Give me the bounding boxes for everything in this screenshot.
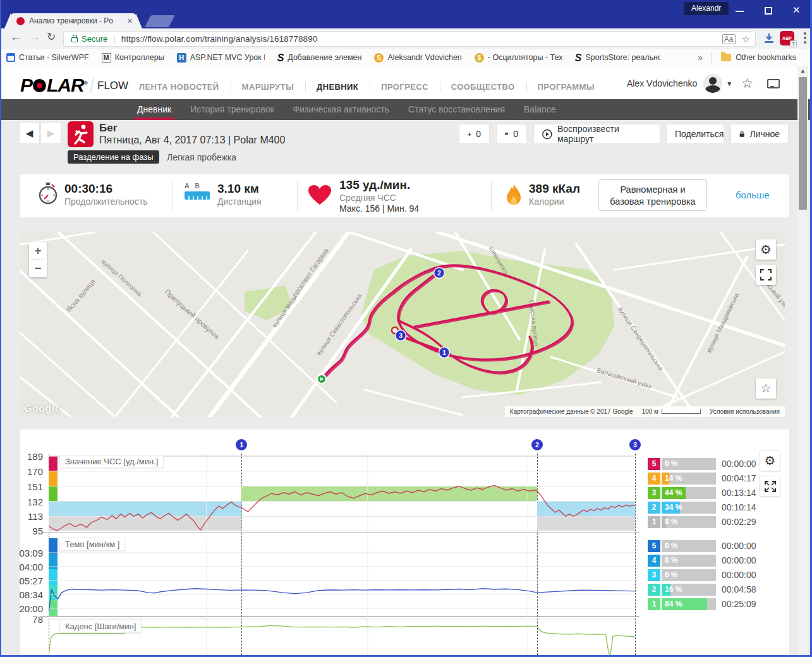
subnav-item-статус-восстановления[interactable]: Статус восстановления bbox=[399, 99, 514, 120]
bookmark-item[interactable]: HASP.NET MVC Урок Е bbox=[177, 53, 265, 63]
zone-row: 344 %00:13:14 bbox=[648, 487, 812, 499]
address-bar[interactable]: Secure | https://flow.polar.com/training… bbox=[63, 31, 756, 47]
zone-row: 50 %00:00:00 bbox=[648, 458, 812, 470]
zone-time: 00:04:17 bbox=[722, 473, 756, 483]
user-name[interactable]: Alex Vdovichenko bbox=[627, 78, 697, 88]
hr-value: 135 уд./мин. bbox=[339, 178, 419, 192]
chevron-down-icon[interactable]: ▼ bbox=[726, 80, 732, 87]
phase-marker-3[interactable]: 3 bbox=[629, 439, 641, 450]
nav-item-сообщество[interactable]: СООБЩЕСТВО bbox=[440, 82, 526, 92]
hr-ytick: 151 bbox=[14, 481, 43, 492]
bookmark-label: SportsStore: реально bbox=[586, 53, 660, 62]
bookmark-label: Статьи - SilverWPF bbox=[19, 53, 89, 62]
tab-close-icon[interactable]: ✕ bbox=[127, 17, 133, 25]
other-bookmarks[interactable]: Other bookmarks bbox=[736, 53, 796, 62]
maximize-button[interactable] bbox=[765, 7, 772, 15]
map-terms-link[interactable]: Условия использования bbox=[710, 408, 780, 415]
subnav-item-дневник[interactable]: Дневник bbox=[128, 99, 181, 120]
avatar[interactable] bbox=[703, 74, 722, 93]
pace-svg-ytick: 03:09 bbox=[14, 548, 43, 558]
reload-button[interactable]: ↻ bbox=[47, 30, 56, 44]
pace-svg-ytick: 20:00 bbox=[14, 603, 43, 614]
url-text[interactable]: https://flow.polar.com/training/analysis… bbox=[121, 34, 716, 44]
nav-item-прогресс[interactable]: ПРОГРЕСС bbox=[370, 82, 440, 92]
pace-svg-ytick: 08:34 bbox=[14, 589, 43, 600]
play-route-button[interactable]: Воспроизвести маршрут bbox=[533, 124, 660, 144]
minimize-button[interactable] bbox=[736, 6, 744, 12]
bookmark-star-icon[interactable]: ☆ bbox=[742, 33, 750, 45]
zone-time: 00:00:00 bbox=[722, 459, 756, 469]
bookmark-item[interactable]: SДобавление элемен bbox=[277, 53, 362, 63]
map-canvas[interactable]: проспект Гагарінавулиця Медивулиця Севас… bbox=[20, 232, 785, 417]
nav-item-лента-новостей[interactable]: ЛЕНТА НОВОСТЕЙ bbox=[128, 82, 231, 92]
next-session-button[interactable]: ▶ bbox=[40, 122, 61, 144]
adblock-badge: 7 bbox=[790, 40, 797, 47]
chat-icon[interactable] bbox=[767, 79, 780, 88]
training-benefit-button[interactable]: Равномерная ибазовая тренировка bbox=[598, 179, 707, 211]
flow-label: FLOW bbox=[97, 80, 128, 92]
phase-marker-2[interactable]: 2 bbox=[531, 439, 543, 450]
coin-icon: $ bbox=[475, 53, 484, 63]
map-zoom-control[interactable]: + − bbox=[29, 242, 47, 277]
bookmark-item[interactable]: MКонтроллеры bbox=[102, 53, 164, 63]
comment-button[interactable]: 0 bbox=[496, 124, 527, 144]
route-map[interactable]: проспект Гагарінавулиця Медивулиця Севас… bbox=[20, 232, 785, 417]
calories-label: Калории bbox=[529, 196, 580, 207]
more-link[interactable]: больше bbox=[736, 190, 770, 200]
new-tab-button[interactable] bbox=[145, 15, 175, 27]
pace-svg-ytick: 05:27 bbox=[14, 576, 43, 586]
nav-item-программы[interactable]: ПРОГРАММЫ bbox=[526, 82, 606, 92]
title-bar: Анализ тренировки - Po ✕ Alexandr ✕ bbox=[1, 0, 810, 28]
scroll-up-icon[interactable]: ▲ bbox=[797, 66, 808, 76]
map-settings-button[interactable]: ⚙ bbox=[756, 239, 776, 260]
browser-tab[interactable]: Анализ тренировки - Po ✕ bbox=[10, 13, 136, 28]
subnav-item-физическая-активность[interactable]: Физическая активность bbox=[284, 99, 399, 120]
zone-time: 00:25:09 bbox=[722, 599, 756, 609]
hr-ytick: 95 bbox=[14, 526, 43, 536]
share-button[interactable]: Поделиться bbox=[666, 124, 724, 144]
zoom-out-icon[interactable]: − bbox=[29, 260, 47, 277]
chrome-menu-icon[interactable] bbox=[804, 32, 806, 45]
bookmark-item[interactable]: $- Осцилляторы - Тех bbox=[475, 53, 562, 63]
map-fullscreen-button[interactable] bbox=[756, 265, 776, 285]
polar-header: PLAR® FLOW ЛЕНТА НОВОСТЕЙМАРШРУТЫДНЕВНИК… bbox=[1, 66, 810, 99]
zone-row: 30 %00:00:00 bbox=[648, 569, 812, 581]
browser-window: Анализ тренировки - Po ✕ Alexandr ✕ ← → … bbox=[0, 0, 812, 657]
profile-chip[interactable]: Alexandr bbox=[684, 2, 729, 15]
bookmark-item[interactable]: SAleksandr Vdovichen bbox=[374, 53, 461, 63]
page-scrollbar[interactable]: ▲ bbox=[797, 66, 808, 653]
zoom-in-icon[interactable]: + bbox=[29, 242, 47, 259]
nav-item-дневник[interactable]: ДНЕВНИК bbox=[305, 82, 370, 92]
back-button[interactable]: ← bbox=[10, 30, 22, 44]
scrollbar-thumb[interactable] bbox=[799, 77, 807, 210]
chart-settings-button[interactable]: ⚙ bbox=[760, 450, 780, 471]
hr-legend: Значение ЧСС [уд./мин.] bbox=[59, 455, 164, 468]
solid-letter-icon: H bbox=[177, 53, 186, 63]
bookmark-item[interactable]: SSportsStore: реально bbox=[575, 53, 660, 63]
bookmark-item[interactable]: Статьи - SilverWPF bbox=[6, 53, 89, 62]
flame-icon bbox=[506, 183, 522, 207]
translate-icon[interactable]: Aа bbox=[722, 34, 736, 44]
browser-toolbar: ← → ↻ Secure | https://flow.polar.com/tr… bbox=[1, 28, 810, 49]
google-logo: Google bbox=[24, 403, 61, 414]
pace-chart[interactable] bbox=[49, 538, 635, 616]
map-favorite-button[interactable]: ☆ bbox=[756, 378, 776, 399]
chart-fullscreen-button[interactable] bbox=[760, 476, 780, 497]
zone-time: 00:00:00 bbox=[722, 555, 756, 565]
like-button[interactable]: 0 bbox=[459, 124, 490, 144]
zone-row: 234 %00:10:14 bbox=[648, 502, 812, 514]
nav-item-маршруты[interactable]: МАРШРУТЫ bbox=[231, 82, 305, 92]
close-button[interactable]: ✕ bbox=[792, 6, 801, 15]
prev-session-button[interactable]: ◀ bbox=[19, 122, 40, 144]
bookmarks-overflow-icon[interactable]: » bbox=[698, 52, 703, 63]
subnav-item-история-тренировок[interactable]: История тренировок bbox=[181, 99, 283, 120]
subnav-item-balance[interactable]: Balance bbox=[514, 99, 566, 120]
favorites-star-icon[interactable]: ☆ bbox=[741, 76, 753, 91]
zone-row: 184 %00:25:09 bbox=[648, 598, 812, 610]
download-icon[interactable] bbox=[763, 33, 775, 44]
polar-logo[interactable]: PLAR® bbox=[20, 75, 87, 96]
cadence-legend: Каденс [Шаги/мин] bbox=[59, 620, 142, 633]
private-button[interactable]: Личное bbox=[730, 124, 789, 144]
adblock-icon[interactable]: ABP 7 bbox=[780, 31, 794, 45]
forward-button[interactable]: → bbox=[29, 30, 41, 44]
